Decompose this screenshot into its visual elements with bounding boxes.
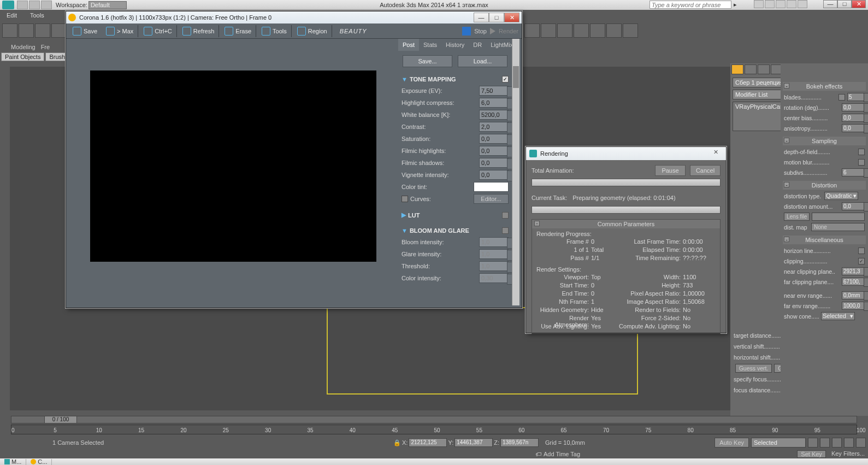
teapot2-icon[interactable] (606, 23, 622, 38)
corona-close-button[interactable]: ✕ (504, 13, 519, 22)
cancel-button[interactable]: Cancel (690, 165, 721, 176)
corona-region-button[interactable]: Region (294, 25, 332, 37)
lens-file-button[interactable]: Lens file (784, 213, 810, 221)
lock-icon[interactable]: 🔒 (393, 439, 401, 446)
distortion-amt-spinner[interactable]: 0,0 (842, 202, 865, 210)
infocenter-arrow-icon[interactable]: ▸ (734, 1, 737, 8)
corona-erase-button[interactable]: Erase (221, 25, 256, 37)
filmic-shadow-spinner[interactable]: 0,0 (479, 158, 509, 168)
highlight-spinner[interactable]: 6,0 (479, 98, 509, 108)
help-icon[interactable] (798, 0, 807, 8)
corona-render-button[interactable]: Render (499, 28, 518, 34)
load-preset-button[interactable]: Load... (458, 55, 507, 67)
corona-minimize-button[interactable]: — (474, 13, 489, 22)
subtab-paint-objects[interactable]: Paint Objects (1, 52, 44, 61)
select-icon[interactable] (2, 23, 17, 38)
contrast-spinner[interactable]: 2,0 (479, 122, 509, 132)
prev-key-icon[interactable] (808, 438, 818, 448)
menu-edit[interactable]: Edit (0, 12, 23, 19)
tab-history[interactable]: History (441, 39, 469, 51)
lut-enable-checkbox[interactable] (502, 212, 509, 219)
y-coord-field[interactable]: 14461,387 (454, 438, 493, 447)
time-ruler[interactable]: 0510152025303540455055606570758085909510… (11, 425, 857, 434)
far-clip-spinner[interactable]: 67100, (842, 278, 865, 286)
redo-icon[interactable] (29, 1, 40, 9)
corona-titlebar[interactable]: Corona 1.6 (hotfix 3) | 1100x733px (1:2)… (66, 11, 522, 23)
blades-spinner[interactable]: 5 (847, 93, 865, 101)
subdivs-spinner[interactable]: 6 (842, 168, 865, 176)
tab-post[interactable]: Post (398, 39, 419, 51)
corona-refresh-button[interactable]: Refresh (179, 25, 220, 37)
filmic-high-spinner[interactable]: 0,0 (479, 146, 509, 156)
corona-ctrlc-button[interactable]: Ctrl+C (140, 25, 176, 37)
autokey-button[interactable]: Auto Key (715, 438, 749, 448)
bloom-enable-checkbox[interactable] (502, 227, 509, 234)
threshold-spinner[interactable]: 1,0 (479, 261, 509, 271)
time-slider-knob[interactable]: 0 / 100 (44, 416, 77, 423)
show-cone-dropdown[interactable]: Selected▾ (821, 312, 855, 320)
prev-frame-icon[interactable] (820, 438, 830, 448)
curves-checkbox[interactable] (401, 196, 408, 202)
rendering-close-button[interactable]: ✕ (708, 149, 723, 158)
time-slider[interactable]: 0 / 100 (11, 416, 857, 423)
curves-editor-button[interactable]: Editor... (474, 194, 509, 204)
key-filters-button[interactable]: Key Filters... (831, 450, 865, 458)
centerbias-spinner[interactable]: 0,0 (842, 114, 865, 122)
minimize-button[interactable]: — (823, 0, 837, 8)
tab-freeform[interactable]: Fre (41, 44, 50, 50)
whitebalance-spinner[interactable]: 5200,0 (479, 110, 509, 120)
teapot3-icon[interactable] (623, 23, 638, 38)
distortion-type-dropdown[interactable]: Quadratic▾ (824, 192, 858, 200)
pause-button[interactable]: Pause (655, 165, 686, 176)
teapot-icon[interactable] (590, 23, 605, 38)
create-tab-icon[interactable] (731, 64, 743, 74)
rendering-titlebar[interactable]: Rendering ✕ (526, 147, 726, 160)
material-icon[interactable] (557, 23, 572, 38)
play-icon[interactable] (490, 28, 495, 34)
clipping-checkbox[interactable]: ✓ (858, 258, 865, 264)
section-bloom-glare[interactable]: ▼BLOOM AND GLARE (401, 225, 509, 236)
time-tag-icon[interactable]: 🏷 (535, 451, 541, 457)
x-coord-field[interactable]: 21212,125 (409, 438, 447, 447)
corona-tomax-button[interactable]: > Max (103, 25, 138, 37)
rotation-spinner[interactable]: 0,0 (842, 103, 865, 111)
saturation-spinner[interactable]: 0,0 (479, 134, 509, 144)
stop-icon[interactable] (462, 27, 471, 36)
exposure-spinner[interactable]: 7,50 (479, 86, 509, 96)
corona-preview[interactable] (68, 39, 398, 305)
rollout-distortion[interactable]: -Distortion (783, 181, 866, 190)
dist-map-button[interactable]: None (811, 223, 865, 231)
keymode-dropdown[interactable]: Selected (751, 438, 806, 448)
next-frame-icon[interactable] (844, 438, 854, 448)
near-env-spinner[interactable]: 0,0mm (842, 291, 865, 299)
vignette-spinner[interactable]: 0,0 (479, 170, 509, 180)
lens-file-path-button[interactable] (812, 213, 865, 221)
save-preset-button[interactable]: Save... (403, 55, 452, 67)
colorint-spinner[interactable]: 0,30 (479, 273, 509, 283)
tone-enable-checkbox[interactable]: ✓ (502, 76, 509, 83)
favorite-icon[interactable] (787, 0, 796, 8)
undo-icon[interactable] (17, 1, 28, 9)
tool-icon[interactable] (51, 23, 67, 38)
tab-dr[interactable]: DR (469, 39, 486, 51)
exchange-icon[interactable] (776, 0, 786, 8)
next-key-icon[interactable] (856, 438, 866, 448)
anisotropy-spinner[interactable]: 0,0 (842, 124, 865, 132)
guess-vert-button[interactable]: Guess vert. (735, 364, 772, 373)
search-input[interactable] (649, 1, 731, 9)
horizon-checkbox[interactable] (858, 248, 865, 254)
far-env-spinner[interactable]: 1000,0 (842, 302, 865, 310)
tool-icon[interactable] (19, 23, 34, 38)
workspace-dropdown[interactable]: Default (88, 1, 127, 9)
render-icon[interactable] (574, 23, 589, 38)
corona-scrollbar[interactable] (512, 39, 519, 305)
tool-icon[interactable] (35, 23, 50, 38)
close-button[interactable]: ✕ (852, 0, 866, 8)
rollout-sampling[interactable]: -Sampling (783, 137, 866, 145)
modify-tab-icon[interactable] (745, 64, 757, 74)
corona-maximize-button[interactable]: □ (489, 13, 504, 22)
dof-checkbox[interactable] (858, 149, 865, 155)
play-icon[interactable] (832, 438, 842, 448)
hierarchy-tab-icon[interactable] (758, 64, 770, 74)
color-tint-swatch[interactable] (474, 182, 509, 192)
